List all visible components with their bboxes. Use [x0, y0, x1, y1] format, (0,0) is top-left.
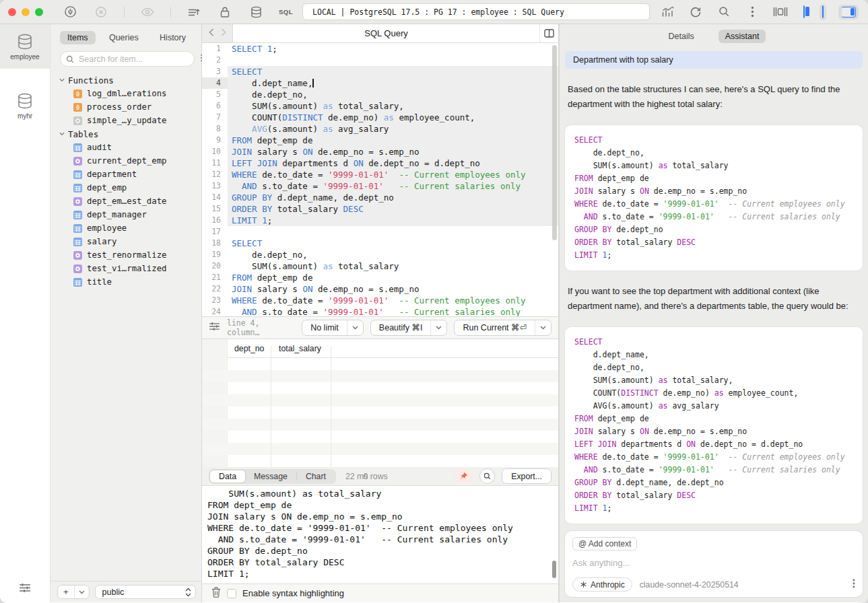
table-row[interactable] — [202, 370, 558, 382]
titlebar: SQL LOCAL | PostgreSQL 17.5 : PG 17 : em… — [0, 0, 868, 24]
tree-item-process-order[interactable]: 0process_order — [51, 100, 201, 114]
table-row[interactable] — [202, 358, 558, 370]
sql-editor[interactable]: 123456789101112131415161718192021222324 … — [202, 43, 558, 316]
column-header-dept-no[interactable]: dept_no — [228, 344, 271, 353]
editor-tab-title[interactable]: SQL Query — [233, 24, 539, 42]
conversation-title-banner[interactable]: Department with top salary — [565, 51, 863, 69]
table-row[interactable] — [202, 455, 558, 467]
line-number: 16 — [202, 215, 228, 226]
tree-item-title[interactable]: title — [51, 275, 201, 289]
table-row[interactable] — [202, 431, 558, 443]
tree-item-dept-em-est-date[interactable]: dept_em…est_date — [51, 194, 201, 208]
zoom-window-button[interactable] — [35, 8, 43, 16]
code-line: SUM(s.amount) as total_salary — [228, 260, 558, 272]
connection-employee[interactable]: employee — [0, 24, 50, 69]
select-chevrons-icon — [185, 588, 191, 597]
database-icon[interactable] — [248, 5, 264, 20]
tab-history[interactable]: History — [152, 31, 193, 44]
enable-syntax-label[interactable]: Enable syntax highlighting — [242, 588, 344, 598]
limit-dropdown[interactable]: No limit — [302, 320, 364, 336]
message-panel[interactable]: SUM(s.amount) as total_salary FROM dept_… — [202, 486, 558, 583]
assistant-code-block-2[interactable]: SELECT d.dept_name, de.dept_no, SUM(s.am… — [565, 327, 863, 524]
connect-icon[interactable] — [62, 5, 78, 20]
assistant-conversation[interactable]: Department with top salary Based on the … — [560, 44, 868, 524]
tree-item-dept-manager[interactable]: dept_manager — [51, 208, 201, 221]
code-line: SUM(s.amount) as total_salary — [574, 159, 853, 172]
sidebar-search[interactable] — [60, 51, 195, 67]
results-grid[interactable]: dept_no total_salary — [202, 339, 558, 467]
lock-icon[interactable] — [217, 5, 233, 20]
column-header-total-salary[interactable]: total_salary — [271, 344, 331, 353]
code-area[interactable]: SELECT 1; SELECT d.dept_name, de.dept_no… — [228, 43, 558, 316]
add-context-chip[interactable]: @ Add context — [572, 537, 637, 551]
tab-details[interactable]: Details — [662, 30, 701, 43]
provider-chip[interactable]: Anthropic — [572, 577, 632, 592]
tree-item-dept-emp[interactable]: dept_emp — [51, 181, 201, 194]
tree-item-department[interactable]: department — [51, 168, 201, 181]
commit-list-icon[interactable] — [186, 5, 202, 20]
tab-assistant[interactable]: Assistant — [719, 30, 766, 43]
search-icon[interactable] — [716, 5, 732, 20]
assistant-input-card[interactable]: @ Add context Ask anything... Anthropic … — [565, 531, 863, 597]
tree-item-audit[interactable]: audit — [51, 141, 201, 154]
search-results-button[interactable] — [479, 468, 495, 484]
table-row[interactable] — [202, 419, 558, 431]
connection-myhr[interactable]: myhr — [0, 83, 50, 128]
table-row[interactable] — [202, 406, 558, 419]
toggle-bottom-panel[interactable] — [820, 4, 826, 20]
chevron-down-icon[interactable] — [430, 320, 446, 335]
code-line: AND s.to_date = '9999-01-01' -- Current … — [574, 211, 853, 223]
beautify-button[interactable]: Beautify ⌘I — [370, 320, 448, 336]
tab-queries[interactable]: Queries — [102, 31, 146, 44]
expand-window-icon[interactable] — [772, 5, 789, 20]
preview-eye-icon[interactable] — [139, 5, 156, 20]
minimize-window-button[interactable] — [22, 8, 30, 16]
editor-scrollbar[interactable] — [552, 45, 557, 240]
tree-section-functions[interactable]: Functions — [51, 73, 201, 87]
table-row[interactable] — [202, 394, 558, 406]
enable-syntax-checkbox[interactable] — [227, 589, 236, 598]
search-input[interactable] — [77, 54, 189, 65]
export-button[interactable]: Export... — [502, 468, 552, 484]
tree-item-employee[interactable]: employee — [51, 221, 201, 235]
rail-filter-icon[interactable] — [19, 583, 31, 596]
tree-item-current-dept-emp[interactable]: current_dept_emp — [51, 154, 201, 168]
forward-icon[interactable] — [221, 27, 226, 39]
more-options-icon[interactable] — [744, 5, 760, 20]
tab-data[interactable]: Data — [210, 470, 245, 483]
line-number: 11 — [202, 157, 228, 169]
chevron-down-icon[interactable] — [75, 590, 89, 594]
chevron-down-icon[interactable] — [347, 320, 363, 335]
tab-items[interactable]: Items — [60, 31, 96, 44]
toolbar-filter-icon[interactable] — [209, 322, 220, 334]
disconnect-icon[interactable] — [93, 5, 109, 20]
tree-item-log-dml-erations[interactable]: 0log_dml…erations — [51, 87, 201, 100]
tab-chart[interactable]: Chart — [297, 470, 335, 483]
refresh-icon[interactable] — [688, 5, 704, 20]
table-row[interactable] — [202, 382, 558, 394]
tree-item-simple-y-update[interactable]: simple_…y_update — [51, 114, 201, 127]
pin-result-button[interactable] — [455, 469, 473, 484]
table-row[interactable] — [202, 443, 558, 455]
toggle-left-panel[interactable] — [801, 4, 807, 20]
chevron-down-icon[interactable] — [535, 320, 551, 335]
add-item-button[interactable]: + — [57, 585, 90, 599]
assistant-code-block-1[interactable]: SELECT de.dept_no, SUM(s.amount) as tota… — [565, 125, 863, 271]
tree-item-test-vi-rmalized[interactable]: test_vi…rmalized — [51, 262, 201, 275]
ask-input[interactable]: Ask anything... — [572, 558, 855, 568]
schema-select[interactable]: public — [95, 585, 196, 599]
line-number: 12 — [202, 169, 228, 180]
message-scrollbar[interactable] — [552, 561, 556, 578]
tree-item-salary[interactable]: salary — [51, 235, 201, 248]
tree-section-tables[interactable]: Tables — [51, 127, 201, 141]
chart-icon[interactable] — [659, 5, 675, 20]
close-window-button[interactable] — [8, 8, 16, 16]
split-view-icon[interactable] — [539, 24, 558, 42]
tab-message[interactable]: Message — [245, 470, 296, 483]
trash-icon[interactable] — [211, 587, 221, 600]
assistant-options-icon[interactable] — [853, 579, 855, 591]
tree-item-test-renormalize[interactable]: test_renormalize — [51, 248, 201, 262]
run-current-button[interactable]: Run Current ⌘⏎ — [454, 320, 552, 336]
toggle-right-panel[interactable] — [838, 5, 859, 20]
back-icon[interactable] — [209, 27, 214, 39]
